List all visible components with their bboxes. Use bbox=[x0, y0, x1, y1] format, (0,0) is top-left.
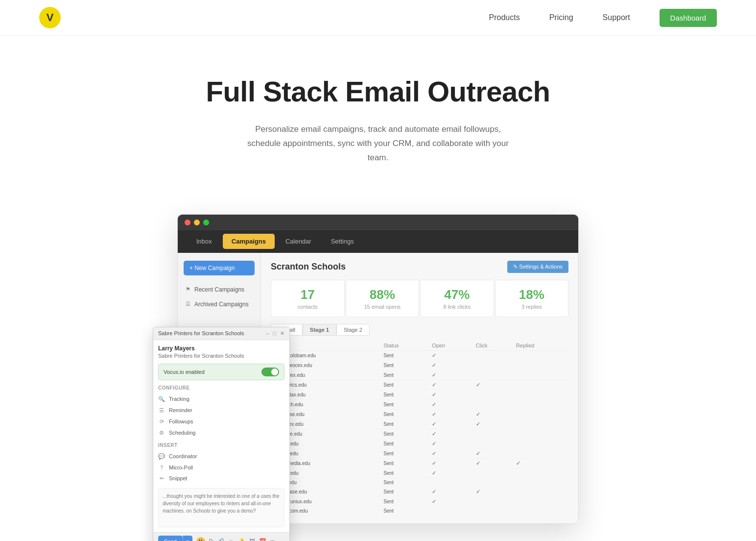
configure-tracking[interactable]: 🔍 Tracking bbox=[158, 393, 284, 405]
navbar: V Products Pricing Support Dashboard bbox=[0, 0, 756, 36]
stat-contacts: 17 contacts bbox=[271, 280, 345, 317]
table-row: @czerflex.edu Sent ✓ bbox=[271, 370, 568, 380]
cell-replied bbox=[513, 468, 568, 478]
cell-click bbox=[473, 506, 513, 515]
cell-replied bbox=[513, 448, 568, 458]
cell-status: Sent bbox=[380, 429, 429, 439]
cell-status: Sent bbox=[380, 487, 429, 496]
insert-coordinator[interactable]: 💬 Coordinator bbox=[158, 451, 284, 462]
sidebar-archived-campaigns[interactable]: ☰ Archived Campaigns bbox=[178, 297, 260, 312]
tab-campaigns[interactable]: Campaigns bbox=[223, 234, 275, 249]
tracking-icon: 🔍 bbox=[158, 396, 165, 402]
table-row: @camzuniux.edu Sent ✓ bbox=[271, 496, 568, 506]
calendar-icon[interactable]: 📅 bbox=[259, 538, 266, 541]
link-icon[interactable]: 🔗 bbox=[217, 538, 224, 541]
cell-replied bbox=[513, 370, 568, 380]
cell-click: ✓ bbox=[473, 409, 513, 419]
cell-open: ✓ bbox=[429, 370, 472, 380]
emoji-icon[interactable]: ☺ bbox=[228, 538, 234, 541]
sidebar-recent-campaigns[interactable]: ⚑ Recent Campaigns bbox=[178, 282, 260, 297]
tab-stage1[interactable]: Stage 1 bbox=[303, 324, 336, 336]
col-status: Status bbox=[380, 341, 429, 351]
insert-micropoll[interactable]: ? Micro-Poll bbox=[158, 462, 284, 473]
configure-followups[interactable]: ⟳ Followups bbox=[158, 416, 284, 427]
cell-status: Sent bbox=[380, 399, 429, 409]
toggle-knob bbox=[271, 369, 278, 375]
cell-click bbox=[473, 350, 513, 360]
table-row: trunzone.edu Sent ✓ bbox=[271, 429, 568, 439]
overlay-controls: – □ ✕ bbox=[266, 330, 284, 337]
cell-status: Sent bbox=[380, 419, 429, 429]
tab-settings[interactable]: Settings bbox=[322, 234, 363, 249]
reminder-icon: ☰ bbox=[158, 407, 165, 414]
hero-subtitle: Personalize email campaigns, track and a… bbox=[246, 123, 510, 165]
overlay-minimize[interactable]: – bbox=[266, 330, 269, 337]
pencil-icon[interactable]: ✏ bbox=[270, 538, 275, 541]
settings-actions-button[interactable]: ✎ Settings & Actions bbox=[507, 261, 568, 273]
cell-replied: ✓ bbox=[513, 458, 568, 468]
snippet-icon: ✏ bbox=[158, 475, 165, 482]
app-nav: Inbox Campaigns Calendar Settings bbox=[178, 230, 578, 253]
cell-click bbox=[473, 360, 513, 370]
logo[interactable]: V bbox=[39, 7, 61, 28]
image-icon[interactable]: 🖼 bbox=[249, 538, 255, 541]
col-replied: Replied bbox=[513, 341, 568, 351]
cell-replied bbox=[513, 506, 568, 515]
table-row: pntola.edu Sent bbox=[271, 478, 568, 487]
cell-replied bbox=[513, 496, 568, 506]
cell-click: ✓ bbox=[473, 419, 513, 429]
configure-reminder[interactable]: ☰ Reminder bbox=[158, 405, 284, 416]
tab-stage2[interactable]: Stage 2 bbox=[336, 324, 370, 336]
cell-click bbox=[473, 399, 513, 409]
vocus-v-icon: V bbox=[196, 537, 205, 541]
table-row: @lsaltmedia.edu Sent ✓ ✓ ✓ bbox=[271, 458, 568, 468]
cell-open bbox=[429, 478, 472, 487]
nav-support[interactable]: Support bbox=[603, 13, 630, 22]
cell-open: ✓ bbox=[429, 409, 472, 419]
email-body[interactable]: ...thought you might be interested in on… bbox=[158, 488, 284, 527]
cell-open: ✓ bbox=[429, 458, 472, 468]
cell-open: ✓ bbox=[429, 429, 472, 439]
tab-calendar[interactable]: Calendar bbox=[277, 234, 320, 249]
cell-click: ✓ bbox=[473, 380, 513, 390]
attachment-icon[interactable]: 🔔 bbox=[238, 538, 245, 541]
send-dropdown-button[interactable]: ▾ bbox=[183, 536, 192, 541]
cell-replied bbox=[513, 439, 568, 448]
tab-inbox[interactable]: Inbox bbox=[188, 234, 221, 249]
bold-icon[interactable]: B bbox=[209, 538, 213, 541]
cell-status: Sent bbox=[380, 370, 429, 380]
cell-replied bbox=[513, 429, 568, 439]
overlay-close[interactable]: ✕ bbox=[280, 330, 284, 337]
overlay-title: Sabre Printers for Scranton Schools bbox=[158, 330, 244, 336]
cell-status: Sent bbox=[380, 468, 429, 478]
cell-click bbox=[473, 429, 513, 439]
overlay-window: Sabre Printers for Scranton Schools – □ … bbox=[153, 327, 290, 541]
table-row: ontone.edu Sent ✓ ✓ bbox=[271, 448, 568, 458]
cell-open bbox=[429, 506, 472, 515]
cell-click bbox=[473, 439, 513, 448]
stats-row: 17 contacts 88% 15 email opens 47% 8 lin… bbox=[271, 280, 568, 317]
configure-scheduling[interactable]: ⚙ Scheduling bbox=[158, 427, 284, 439]
insert-snippet[interactable]: ✏ Snippet bbox=[158, 473, 284, 484]
cell-open: ✓ bbox=[429, 468, 472, 478]
cell-click bbox=[473, 468, 513, 478]
nav-products[interactable]: Products bbox=[489, 13, 520, 22]
contact-org: Sabre Printers for Scranton Schools bbox=[158, 353, 284, 359]
dashboard-button[interactable]: Dashboard bbox=[660, 9, 717, 27]
cell-click: ✓ bbox=[473, 487, 513, 496]
cell-status: Sent bbox=[380, 448, 429, 458]
minimize-dot bbox=[194, 220, 200, 225]
cell-click bbox=[473, 390, 513, 399]
overlay-maximize[interactable]: □ bbox=[273, 330, 276, 337]
scheduling-icon: ⚙ bbox=[158, 430, 165, 436]
cell-open: ✓ bbox=[429, 360, 472, 370]
overlay-toolbar: Send ▾ V B 🔗 ☺ 🔔 🖼 📅 ✏ bbox=[153, 532, 289, 541]
send-button[interactable]: Send bbox=[158, 536, 183, 541]
col-open: Open bbox=[429, 341, 472, 351]
cell-open: ✓ bbox=[429, 496, 472, 506]
stage-tabs: Overall Stage 1 Stage 2 bbox=[271, 324, 568, 336]
nav-pricing[interactable]: Pricing bbox=[549, 13, 573, 22]
new-campaign-button[interactable]: + New Campaign bbox=[184, 261, 255, 275]
vocus-toggle[interactable] bbox=[261, 368, 279, 376]
cell-open: ✓ bbox=[429, 487, 472, 496]
